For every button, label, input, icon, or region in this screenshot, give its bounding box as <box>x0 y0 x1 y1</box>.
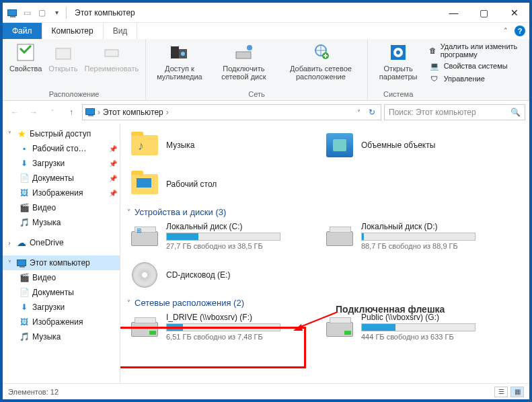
rename-button[interactable]: Переименовать <box>82 40 142 74</box>
drive-d[interactable]: Локальный диск (D:) 88,7 ГБ свободно из … <box>322 218 510 253</box>
collapse-ribbon-icon[interactable]: ˄ <box>504 27 508 36</box>
system-icon <box>7 7 17 18</box>
drive-c[interactable]: ⊞ Локальный диск (C:) 27,7 ГБ свободно и… <box>127 218 315 253</box>
documents-icon: 📄 <box>19 287 30 298</box>
folder-3d[interactable]: Объемные объекты <box>322 128 510 163</box>
downloads-icon: ⬇ <box>19 158 30 169</box>
music-folder-icon: ♪ <box>130 130 159 160</box>
tree-thispc[interactable]: ˅Этот компьютер <box>3 255 120 270</box>
tree-pictures[interactable]: 🖼Изображения📌 <box>3 186 120 200</box>
help-icon[interactable]: ? <box>515 26 525 36</box>
tree-pc-music[interactable]: 🎵Музыка <box>3 329 120 344</box>
item-count: Элементов: 12 <box>8 388 59 396</box>
manage-icon: 🛡 <box>429 73 440 84</box>
music-icon: 🎵 <box>19 331 30 342</box>
address-bar-row: ← → ˅ ↑ › Этот компьютер › ˅ ↻ Поиск: Эт… <box>3 101 529 124</box>
svg-point-12 <box>396 50 400 54</box>
map-drive-icon <box>233 42 254 63</box>
tree-music[interactable]: 🎵Музыка <box>3 215 120 230</box>
drive-f[interactable]: I_DRIVE (\\vboxsrv) (F:) 6,51 ГБ свободн… <box>127 309 315 344</box>
uninstall-button[interactable]: 🗑Удалить или изменить программу <box>426 42 523 59</box>
tree-pc-videos[interactable]: 🎬Видео <box>3 270 120 285</box>
group-system-label: Система <box>372 89 425 99</box>
address-dropdown-icon[interactable]: ˅ <box>354 109 363 116</box>
pc-icon <box>16 257 27 268</box>
pictures-icon: 🖼 <box>19 188 30 198</box>
drive-e[interactable]: CD-дисковод (E:) <box>127 257 315 292</box>
rename-icon <box>101 42 122 63</box>
tab-computer[interactable]: Компьютер <box>42 23 104 39</box>
downloads-icon: ⬇ <box>19 302 30 313</box>
tree-pc-pictures[interactable]: 🖼Изображения <box>3 315 120 329</box>
recent-dropdown[interactable]: ˅ <box>44 104 61 120</box>
drive-icon: ⊞ <box>130 221 159 251</box>
refresh-icon[interactable]: ↻ <box>366 108 378 117</box>
qat-dropdown-icon[interactable]: ▾ <box>51 7 62 18</box>
tree-documents[interactable]: 📄Документы📌 <box>3 171 120 186</box>
new-icon[interactable]: ▢ <box>36 7 47 18</box>
sys-props-button[interactable]: 💻Свойства системы <box>426 60 523 72</box>
manage-button[interactable]: 🛡Управление <box>426 73 523 85</box>
group-location-label: Расположение <box>49 89 100 99</box>
svg-point-7 <box>247 45 252 50</box>
tree-onedrive[interactable]: ›☁OneDrive <box>3 235 120 250</box>
sys-props-icon: 💻 <box>429 61 440 71</box>
drive-icon <box>325 221 354 251</box>
chevron-down-icon: ˅ <box>127 208 130 216</box>
view-tiles-button[interactable]: ▦ <box>510 387 524 397</box>
tab-file[interactable]: Файл <box>3 23 42 39</box>
tree-desktop[interactable]: ▪Рабочий сто…📌 <box>3 141 120 156</box>
properties-button[interactable]: Свойства <box>7 40 44 74</box>
nav-tree: ˅★Быстрый доступ ▪Рабочий сто…📌 ⬇Загрузк… <box>3 124 120 383</box>
open-params-button[interactable]: Открыть параметры <box>372 40 425 82</box>
documents-icon: 📄 <box>19 173 30 184</box>
music-icon: 🎵 <box>19 217 30 228</box>
forward-button[interactable]: → <box>26 104 42 120</box>
breadcrumb-root[interactable]: Этот компьютер <box>103 108 163 117</box>
tree-pc-downloads[interactable]: ⬇Загрузки <box>3 300 120 315</box>
search-icon: 🔍 <box>510 108 521 117</box>
status-bar: Элементов: 12 ☰ ▦ <box>3 383 529 399</box>
tree-pc-documents[interactable]: 📄Документы <box>3 285 120 300</box>
map-drive-button[interactable]: Подключить сетевой диск <box>211 40 277 82</box>
cd-icon <box>130 260 159 290</box>
window-title: Этот компьютер <box>75 8 135 17</box>
section-network-header[interactable]: ˅Сетевые расположения (2) <box>127 296 523 309</box>
tree-quick-access[interactable]: ˅★Быстрый доступ <box>3 126 120 141</box>
gear-icon <box>387 42 409 63</box>
search-input[interactable]: Поиск: Этот компьютер 🔍 <box>384 104 525 120</box>
pc-icon <box>85 108 95 117</box>
tab-view[interactable]: Вид <box>104 23 138 39</box>
up-button[interactable]: ↑ <box>63 104 79 120</box>
view-details-button[interactable]: ☰ <box>494 387 508 397</box>
svg-rect-1 <box>56 48 71 59</box>
maximize-button[interactable]: ▢ <box>469 3 499 23</box>
desktop-icon: ▪ <box>19 143 30 154</box>
section-drives-header[interactable]: ˅Устройства и диски (3) <box>127 206 523 218</box>
folder-desktop[interactable]: Рабочий стол <box>127 167 315 202</box>
close-button[interactable]: ✕ <box>499 3 529 23</box>
titlebar: ▭ ▢ ▾ Этот компьютер — ▢ ✕ <box>3 3 529 23</box>
page-icon[interactable]: ▭ <box>22 7 32 18</box>
group-network-label: Сеть <box>248 89 264 99</box>
add-netloc-button[interactable]: Добавить сетевое расположение <box>278 40 363 82</box>
videos-icon: 🎬 <box>19 272 30 283</box>
chevron-down-icon: ˅ <box>127 299 130 307</box>
minimize-button[interactable]: — <box>439 3 469 23</box>
3d-objects-icon <box>325 130 354 160</box>
network-drive-icon <box>325 312 354 341</box>
folder-music[interactable]: ♪ Музыка <box>127 128 315 163</box>
ribbon-tabs: Файл Компьютер Вид ˄ ? <box>3 23 529 39</box>
address-bar[interactable]: › Этот компьютер › ˅ ↻ <box>82 104 381 120</box>
properties-icon <box>15 42 36 63</box>
content-pane: ♪ Музыка Объемные объекты Рабочий стол ˅… <box>120 124 529 383</box>
ribbon: Свойства Открыть Переименовать Расположе… <box>3 39 529 101</box>
uninstall-icon: 🗑 <box>429 45 436 56</box>
star-icon: ★ <box>16 128 27 139</box>
media-button[interactable]: Доступ к мультимедиа <box>150 40 209 82</box>
media-icon <box>169 42 190 63</box>
open-button[interactable]: Открыть <box>46 40 80 74</box>
tree-videos[interactable]: 🎬Видео <box>3 200 120 215</box>
tree-downloads[interactable]: ⬇Загрузки📌 <box>3 156 120 171</box>
back-button[interactable]: ← <box>7 104 23 120</box>
